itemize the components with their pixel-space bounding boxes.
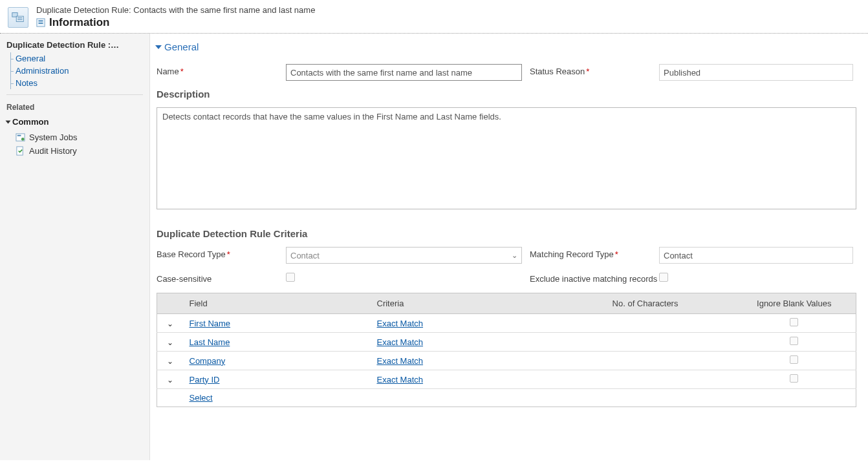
required-icon: * [615,249,618,259]
sidebar-tree: General Administration Notes [6,52,143,89]
entity-icon [8,7,28,28]
sidebar-item-system-jobs[interactable]: System Jobs [16,131,143,144]
field-link[interactable]: Party ID [190,375,220,385]
required-icon: * [586,67,589,76]
name-input[interactable] [286,64,522,81]
ignore-blank-checkbox[interactable] [790,318,798,326]
table-header-criteria: Criteria [371,293,558,314]
ignore-blank-checkbox[interactable] [790,337,798,345]
system-jobs-icon [16,132,25,142]
sidebar-item-administration[interactable]: Administration [9,65,143,77]
chevron-down-icon[interactable]: ⌄ [167,319,173,328]
field-link[interactable]: Last Name [190,337,230,347]
exclude-inactive-label: Exclude inactive matching records [530,271,659,284]
sidebar-group-label: Common [12,117,49,127]
ignore-blank-checkbox[interactable] [790,374,798,383]
chevron-down-icon[interactable]: ⌄ [167,357,173,366]
svg-rect-6 [39,23,43,24]
case-sensitive-label: Case-sensitive [157,271,286,284]
table-header-handle [157,293,183,314]
table-header-ignore: Ignore Blank Values [733,293,856,314]
chevron-down-icon[interactable]: ⌄ [167,375,173,385]
svg-rect-3 [17,19,22,19]
audit-history-icon [16,146,25,156]
breadcrumb: Duplicate Detection Rule: Contacts with … [36,5,315,15]
status-reason-label: Status Reason* [530,64,659,81]
main-content: General Name* Status Reason* Published D… [150,34,868,460]
sidebar-item-general[interactable]: General [9,52,143,65]
description-textarea[interactable] [157,107,856,209]
criteria-link[interactable]: Exact Match [377,356,424,366]
svg-point-9 [21,138,25,141]
base-record-type-select[interactable]: Contact ⌄ [286,247,522,264]
nav-sidebar: Duplicate Detection Rule :… General Admi… [0,34,150,460]
table-header-field: Field [183,293,371,314]
sidebar-divider [6,94,143,95]
svg-rect-5 [39,21,43,22]
ignore-blank-checkbox[interactable] [790,355,798,364]
criteria-link[interactable]: Exact Match [377,319,424,328]
sidebar-group-common[interactable]: Common [6,117,143,127]
matching-record-type-field: Contact [659,247,853,264]
table-row: ⌄First NameExact Match [157,314,856,333]
svg-rect-8 [17,135,21,136]
sidebar-item-audit-history[interactable]: Audit History [16,144,143,158]
table-header-chars: No. of Characters [558,293,733,314]
field-link[interactable]: Company [190,356,226,366]
svg-rect-10 [17,147,23,155]
info-icon [36,18,45,27]
caret-down-icon [155,45,162,49]
case-sensitive-checkbox[interactable] [286,273,295,282]
name-label: Name* [157,64,286,81]
table-row-select: Select [157,389,856,407]
sidebar-item-label: Audit History [29,146,77,156]
field-link[interactable]: First Name [190,319,231,328]
description-label: Description [157,89,868,100]
criteria-link[interactable]: Exact Match [377,375,424,385]
svg-rect-1 [16,16,23,21]
matching-record-type-label: Matching Record Type* [530,247,659,264]
status-reason-field: Published [659,64,853,81]
table-row: ⌄Last NameExact Match [157,333,856,352]
required-icon: * [227,249,230,259]
section-general-label: General [164,41,199,52]
chevron-down-icon[interactable]: ⌄ [167,338,173,347]
exclude-inactive-checkbox[interactable] [659,273,668,282]
page-title: Information [49,16,110,29]
sidebar-item-notes[interactable]: Notes [9,77,143,89]
sidebar-item-label: System Jobs [29,132,77,142]
page-header: Duplicate Detection Rule: Contacts with … [0,0,868,34]
table-row: ⌄Party IDExact Match [157,370,856,389]
criteria-link[interactable]: Exact Match [377,337,424,347]
base-record-type-label: Base Record Type* [157,247,286,264]
required-icon: * [180,67,184,76]
sidebar-heading: Duplicate Detection Rule :… [6,40,143,50]
section-general-header[interactable]: General [157,41,868,52]
sidebar-related-label: Related [6,103,143,112]
criteria-table: Field Criteria No. of Characters Ignore … [157,293,856,407]
svg-rect-2 [17,17,22,18]
criteria-heading: Duplicate Detection Rule Criteria [157,228,868,239]
chevron-down-icon: ⌄ [512,251,517,260]
table-row: ⌄CompanyExact Match [157,352,856,370]
select-field-link[interactable]: Select [190,393,213,403]
caret-down-icon [6,120,11,123]
